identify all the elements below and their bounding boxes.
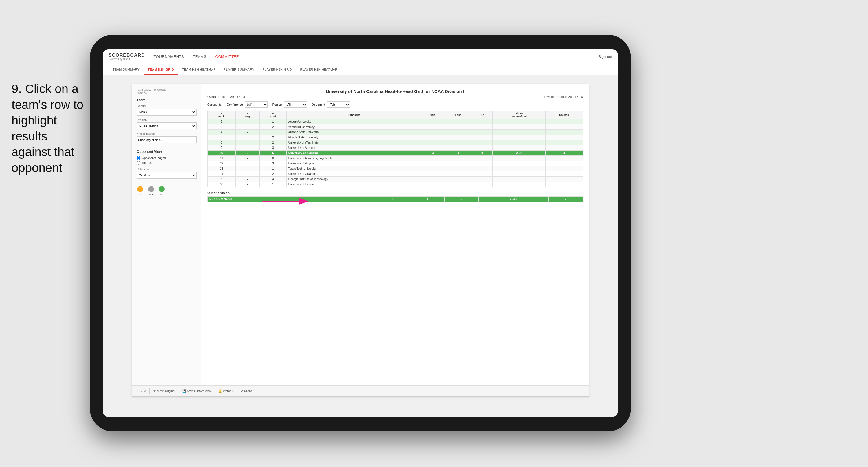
tab-player-summary[interactable]: PLAYER SUMMARY [220,64,258,75]
legend-level: Level [148,186,154,196]
instruction-body: Click on a team's row to highlight resul… [11,82,83,175]
undo-btn[interactable]: ↩ [135,389,138,392]
table-cell: 4 [208,130,236,135]
radio-opponents-played[interactable]: Opponents Played [136,156,196,160]
conference-label: Conference [227,103,243,106]
overall-record: Overall Record: 89 - 17 - 0 [207,95,245,98]
table-cell [472,119,493,124]
table-cell: University of Arkansas, Fayetteville [286,156,421,161]
instruction-text: 9. Click on a team's row to highlight re… [11,81,87,176]
opponent-label: Opponent [312,103,325,106]
table-row[interactable]: 12-3University of Virginia [208,161,583,166]
table-cell [444,156,472,161]
nav-committee[interactable]: COMMITTEE [215,53,239,60]
toolbar-div-4 [237,388,237,394]
table-cell [546,145,583,150]
nav-tournaments[interactable]: TOURNAMENTS [154,53,184,60]
table-cell [493,130,546,135]
team-label: Team [136,98,196,102]
school-input[interactable] [136,136,196,143]
legend-down: Down [136,186,143,196]
table-cell: - [235,135,259,140]
table-cell: 15 [208,177,236,182]
nav-teams[interactable]: TEAMS [193,53,206,60]
colour-by-select[interactable]: Win/loss [136,172,196,179]
tableau-frame: Last Updated: 27/03/2024 16:55:38 Team G… [132,84,589,397]
radio-top-100[interactable]: Top 100 [136,161,196,165]
legend-level-dot [148,186,154,192]
eye-icon: 👁 [153,389,156,392]
tab-player-h2h-heatmap[interactable]: PLAYER H2H HEATMAP [296,64,341,75]
table-cell: - [235,124,259,130]
table-cell [493,140,546,145]
redo-btn[interactable]: ↪ [140,389,142,392]
reset-btn[interactable]: ↺ [144,389,146,392]
sub-nav: TEAM SUMMARY TEAM H2H GRID TEAM H2H HEAT… [103,64,618,75]
table-cell [421,140,444,145]
region-select[interactable]: (All) [284,101,307,108]
table-cell: - [235,150,259,156]
gender-select[interactable]: Men's [136,109,196,116]
table-cell: Vanderbilt University [286,124,421,130]
tab-team-h2h-grid[interactable]: TEAM H2H GRID [144,64,178,75]
table-cell: 6 [259,156,286,161]
table-row[interactable]: 9-3University of Arizona [208,145,583,150]
table-cell [546,156,583,161]
logo-scoreboard: SCOREBOARD [108,53,145,58]
tablet-device: SCOREBOARD Powered by clippd TOURNAMENTS… [90,35,631,431]
table-cell [546,119,583,124]
top-nav: SCOREBOARD Powered by clippd TOURNAMENTS… [103,49,618,64]
table-cell: 8 [546,150,583,156]
table-row[interactable]: 4-1Arizona State University [208,130,583,135]
col-win: Win [421,111,444,119]
table-cell: 11 [208,156,236,161]
table-row[interactable]: 2-1Auburn University [208,119,583,124]
view-original-btn[interactable]: 👁 View: Original [153,389,175,392]
table-row[interactable]: 14-2University of Oklahoma [208,171,583,177]
table-cell [444,124,472,130]
table-cell [444,171,472,177]
table-row[interactable]: 8-2University of Washington [208,140,583,145]
table-row[interactable]: 13-1Texas Tech University [208,166,583,171]
logo-powered: Powered by clippd [108,58,145,60]
table-cell: - [235,140,259,145]
table-cell: Texas Tech University [286,166,421,171]
table-row[interactable]: 15-4Georgia Institute of Technology [208,177,583,182]
table-header-row: #Rank #Reg #Conf Opponent Win Loss Tie D… [208,111,583,119]
table-row[interactable]: 16-1University of Florida [208,182,583,187]
table-cell: Auburn University [286,119,421,124]
conference-select[interactable]: (All) [245,101,268,108]
out-div-tie: 0 [444,197,478,202]
tab-team-h2h-heatmap[interactable]: TEAM H2H HEATMAP [178,64,220,75]
table-cell [546,166,583,171]
table-row[interactable]: 3-2Vanderbilt University [208,124,583,130]
table-cell [421,119,444,124]
tab-player-h2h-grid[interactable]: PLAYER H2H GRID [258,64,297,75]
table-cell: 1 [259,182,286,187]
watch-btn[interactable]: 🔔 Watch ▾ [219,389,234,392]
table-cell [546,124,583,130]
table-cell: 2 [208,119,236,124]
tab-team-summary[interactable]: TEAM SUMMARY [108,64,144,75]
share-btn[interactable]: ↗ Share [241,389,252,392]
table-cell: 1 [259,119,286,124]
table-row[interactable]: 11-6University of Arkansas, Fayetteville [208,156,583,161]
table-cell [493,166,546,171]
table-cell [546,135,583,140]
division-select[interactable]: NCAA Division I [136,122,196,129]
opponent-select[interactable]: (All) [327,101,350,108]
table-cell [472,130,493,135]
sign-out-link[interactable]: Sign out [598,54,612,59]
table-cell: University of Arizona [286,145,421,150]
table-cell: 2 [259,135,286,140]
table-cell [493,182,546,187]
table-cell: 16 [208,182,236,187]
col-diff: Diff AvStrokes/Rnd [493,111,546,119]
table-cell: - [235,177,259,182]
table-row[interactable]: 10-5University of Alabama3002.618 [208,150,583,156]
nav-items: TOURNAMENTS TEAMS COMMITTEE [154,53,594,60]
save-custom-btn[interactable]: 💾 Save Custom View [182,389,211,392]
table-row[interactable]: 6-2Florida State University [208,135,583,140]
col-reg: #Reg [235,111,259,119]
logo-area: SCOREBOARD Powered by clippd [108,53,145,60]
